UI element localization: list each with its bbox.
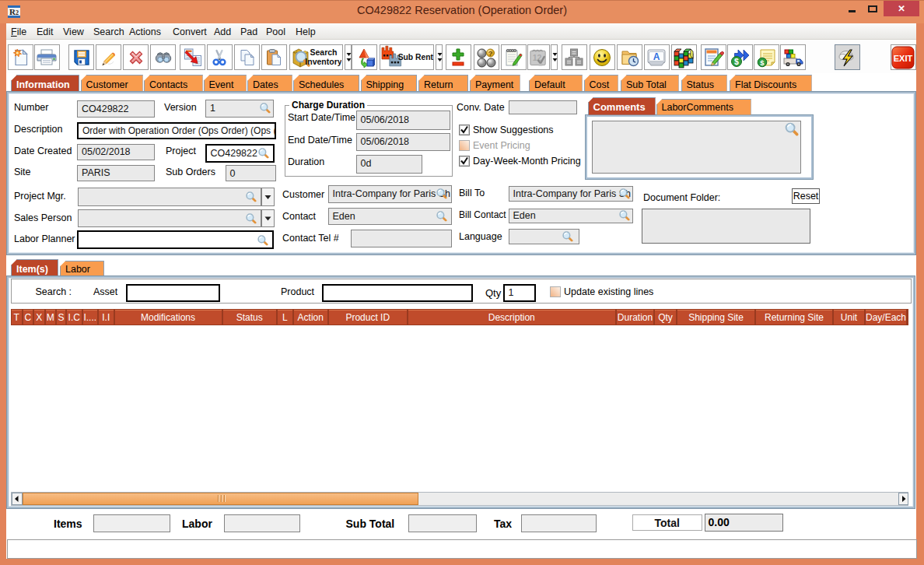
svg-text:Sub Rent: Sub Rent (398, 53, 433, 61)
svg-text:Search: Search (310, 47, 337, 57)
svg-text:$: $ (734, 57, 739, 66)
svg-text:Inventory: Inventory (305, 57, 341, 66)
svg-text:A: A (653, 51, 660, 62)
svg-text:EXIT: EXIT (894, 54, 913, 63)
svg-text:?: ? (488, 49, 493, 57)
svg-text:12: 12 (532, 52, 541, 61)
svg-text:$: $ (760, 58, 765, 66)
